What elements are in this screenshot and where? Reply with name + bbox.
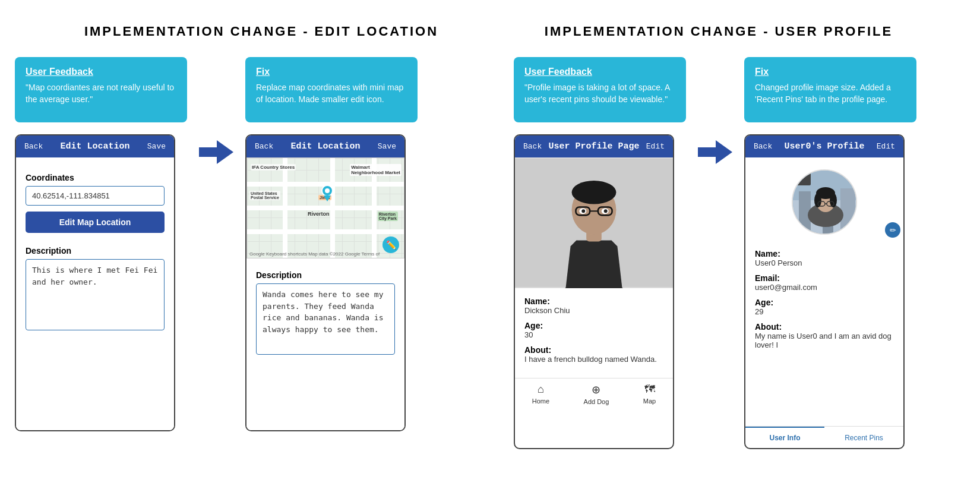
svg-point-15 bbox=[581, 209, 585, 213]
footer-home-label: Home bbox=[532, 397, 549, 405]
map-icon: 🗺 bbox=[644, 383, 655, 396]
map-label-walmart: WalmartNeighborhood Market bbox=[350, 164, 402, 176]
left-before-save[interactable]: Save bbox=[147, 142, 166, 151]
map-road-2 bbox=[247, 206, 404, 210]
coordinates-label: Coordinates bbox=[26, 173, 165, 182]
age-field-before: Age: 30 bbox=[524, 321, 663, 339]
right-after-back[interactable]: Back bbox=[754, 142, 772, 151]
svg-point-16 bbox=[604, 209, 608, 213]
tab-recent-pins[interactable]: Recent Pins bbox=[824, 427, 903, 448]
map-pin bbox=[321, 185, 333, 204]
profile-image-area bbox=[515, 157, 673, 288]
svg-point-1 bbox=[325, 188, 330, 193]
right-before-edit[interactable]: Edit bbox=[646, 142, 665, 151]
right-after-header: Back User0's Profile Edit bbox=[745, 135, 903, 157]
map-road-3 bbox=[247, 229, 404, 234]
map-label-riverton-park: RivertonCity Park bbox=[378, 212, 398, 221]
avatar-edit-button[interactable]: ✏ bbox=[885, 222, 900, 238]
right-before-header: Back User Profile Page Edit bbox=[515, 135, 673, 157]
profile-tabs: User Info Recent Pins bbox=[745, 426, 903, 448]
about-field-before: About: I have a french bulldog named Wan… bbox=[524, 345, 663, 364]
right-arrow bbox=[698, 57, 732, 164]
left-after-header: Back Edit Location Save bbox=[246, 135, 404, 157]
right-fix-text: Changed profile image size. Added a 'Rec… bbox=[755, 83, 891, 104]
left-after-save[interactable]: Save bbox=[378, 142, 396, 151]
right-before-phone: Back User Profile Page Edit bbox=[514, 134, 674, 449]
map-edit-button[interactable]: ✏️ bbox=[382, 236, 399, 253]
edit-map-location-button[interactable]: Edit Map Location bbox=[26, 212, 165, 233]
map-road-v2 bbox=[330, 158, 335, 258]
avatar-image bbox=[792, 169, 857, 235]
phone-footer-before: ⌂ Home ⊕ Add Dog 🗺 Map bbox=[515, 378, 673, 408]
left-after-back[interactable]: Back bbox=[255, 142, 273, 151]
name-field-after: Name: User0 Person bbox=[755, 249, 894, 267]
right-before-back[interactable]: Back bbox=[523, 142, 542, 151]
coordinates-input[interactable] bbox=[26, 186, 165, 206]
svg-rect-23 bbox=[793, 171, 811, 185]
left-arrow bbox=[199, 57, 233, 164]
description-label-after: Description bbox=[256, 270, 395, 280]
map-label-riverton: Riverton bbox=[306, 210, 331, 217]
email-field-after: Email: user0@gmail.com bbox=[755, 273, 894, 292]
left-before-title: Edit Location bbox=[60, 141, 129, 152]
right-before-title: User Profile Page bbox=[548, 141, 639, 152]
map-area: IFA Country Stores WalmartNeighborhood M… bbox=[246, 157, 404, 258]
right-feedback-title: User Feedback bbox=[524, 67, 675, 77]
name-field-before: Name: Dickson Chiu bbox=[524, 296, 663, 315]
right-fix-box: Fix Changed profile image size. Added a … bbox=[744, 57, 916, 122]
profile-image-svg bbox=[515, 157, 673, 288]
right-fix-title: Fix bbox=[755, 67, 906, 77]
left-after-phone: Back Edit Location Save bbox=[245, 134, 406, 431]
left-before-header: Back Edit Location Save bbox=[16, 135, 174, 157]
age-field-after: Age: 29 bbox=[755, 298, 894, 316]
svg-marker-2 bbox=[324, 195, 331, 201]
footer-map[interactable]: 🗺 Map bbox=[643, 383, 656, 405]
footer-add-dog-label: Add Dog bbox=[584, 398, 609, 405]
left-after-title: Edit Location bbox=[290, 141, 360, 152]
left-feedback-title: User Feedback bbox=[26, 67, 176, 77]
left-before-back[interactable]: Back bbox=[24, 142, 43, 151]
left-feedback-box: User Feedback "Map coordiantes are not r… bbox=[15, 57, 187, 122]
right-feedback-text: "Profile image is taking a lot of space.… bbox=[524, 83, 670, 104]
map-label-ifa: IFA Country Stores bbox=[251, 164, 296, 171]
right-after-edit[interactable]: Edit bbox=[877, 142, 895, 151]
svg-point-9 bbox=[572, 181, 617, 204]
left-feedback-text: "Map coordiantes are not really useful t… bbox=[26, 83, 174, 104]
footer-map-label: Map bbox=[643, 397, 656, 405]
description-textarea-before[interactable]: This is where I met Fei Fei and her owne… bbox=[26, 259, 165, 330]
footer-add-dog[interactable]: ⊕ Add Dog bbox=[584, 383, 609, 405]
left-fix-text: Replace map coordinates with mini map of… bbox=[256, 83, 403, 104]
right-section-title: IMPLEMENTATION CHANGE - USER PROFILE bbox=[493, 24, 944, 39]
profile-avatar-area: ✏ bbox=[745, 157, 903, 241]
home-icon: ⌂ bbox=[538, 383, 544, 396]
left-before-phone: Back Edit Location Save Coordinates Edit… bbox=[15, 134, 175, 431]
description-label-before: Description bbox=[26, 246, 165, 255]
profile-info-before: Name: Dickson Chiu Age: 30 About: I have… bbox=[515, 288, 673, 378]
svg-rect-20 bbox=[840, 188, 855, 235]
description-textarea-after[interactable]: Wanda comes here to see my parents. They… bbox=[256, 283, 395, 355]
right-after-title: User0's Profile bbox=[784, 141, 864, 152]
about-field-after: About: My name is User0 and I am an avid… bbox=[755, 322, 894, 349]
right-feedback-box: User Feedback "Profile image is taking a… bbox=[514, 57, 686, 122]
map-road-v1 bbox=[283, 158, 287, 258]
left-fix-title: Fix bbox=[256, 67, 407, 77]
footer-home[interactable]: ⌂ Home bbox=[532, 383, 549, 405]
right-after-phone: Back User0's Profile Edit bbox=[744, 134, 905, 449]
left-fix-box: Fix Replace map coordinates with mini ma… bbox=[245, 57, 418, 122]
add-dog-icon: ⊕ bbox=[592, 383, 600, 396]
tab-user-info[interactable]: User Info bbox=[745, 427, 824, 448]
left-section-title: IMPLEMENTATION CHANGE - EDIT LOCATION bbox=[36, 24, 487, 39]
map-attribution: Google Keyboard shortcuts Map data ©2022… bbox=[249, 251, 380, 257]
map-label-usps: United StatesPostal Service bbox=[249, 191, 280, 200]
profile-info-after: Name: User0 Person Email: user0@gmail.co… bbox=[745, 241, 903, 426]
